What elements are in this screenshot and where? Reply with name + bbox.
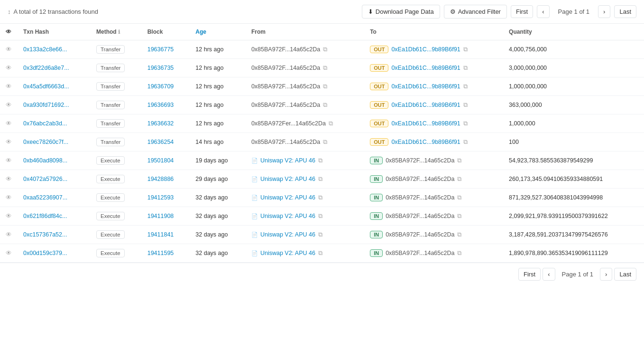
to-link[interactable]: 0xEa1Db61C...9b89B6f91: [391, 83, 460, 90]
eye-icon[interactable]: 👁: [6, 157, 12, 164]
eye-icon[interactable]: 👁: [6, 231, 12, 238]
first-button-top[interactable]: First: [511, 5, 533, 18]
advanced-filter-button[interactable]: ⚙ Advanced Filter: [444, 5, 507, 19]
table-row: 👁 0x621f86df84c... Execute 19411908 32 d…: [0, 207, 644, 226]
to-copy-icon[interactable]: ⧉: [463, 65, 468, 72]
from-copy-icon[interactable]: ⧉: [318, 250, 322, 257]
eye-icon[interactable]: 👁: [6, 102, 12, 108]
to-copy-icon[interactable]: ⧉: [463, 83, 468, 90]
block-link[interactable]: 19636693: [147, 102, 174, 108]
block-link[interactable]: 19411841: [147, 231, 174, 238]
txn-hash-link[interactable]: 0x45a5df6663d...: [23, 83, 69, 90]
quantity-cell: 3,000,000,000: [503, 59, 644, 77]
block-link[interactable]: 19428886: [147, 176, 174, 182]
from-link[interactable]: Uniswap V2: APU 46: [260, 231, 315, 238]
to-copy-icon[interactable]: ⧉: [457, 176, 461, 183]
total-transactions: ↕ A total of 12 transactions found: [8, 8, 98, 15]
from-copy-icon[interactable]: ⧉: [318, 176, 322, 183]
block-link[interactable]: 19411908: [147, 213, 174, 219]
direction-badge: IN: [370, 249, 383, 257]
from-copy-icon[interactable]: ⧉: [323, 139, 327, 146]
to-copy-icon[interactable]: ⧉: [463, 102, 468, 109]
to-link[interactable]: 0xEa1Db61C...9b89B6f91: [391, 102, 460, 108]
eye-icon[interactable]: 👁: [6, 83, 12, 90]
txn-hash-link[interactable]: 0x621f86df84c...: [23, 213, 67, 219]
table-row: 👁 0x45a5df6663d... Transfer 19636709 12 …: [0, 77, 644, 96]
txn-hash-link[interactable]: 0x133a2c8e66...: [23, 46, 67, 53]
method-badge: Transfer: [96, 64, 125, 72]
block-link[interactable]: 19636709: [147, 83, 174, 90]
eye-cell: 👁: [0, 133, 18, 151]
block-link[interactable]: 19636632: [147, 120, 174, 127]
txn-hash-link[interactable]: 0x4072a57926...: [23, 176, 67, 182]
block-link[interactable]: 19501804: [147, 157, 174, 164]
to-copy-icon[interactable]: ⧉: [457, 157, 461, 164]
from-link[interactable]: Uniswap V2: APU 46: [260, 250, 315, 256]
last-button-top[interactable]: Last: [614, 5, 636, 18]
next-button-top[interactable]: ›: [598, 5, 610, 18]
next-button-bottom[interactable]: ›: [600, 268, 612, 281]
txn-hash-link[interactable]: 0xa930fd71692...: [23, 102, 69, 108]
txn-hash-link[interactable]: 0xb460ad8098...: [23, 157, 67, 164]
block-link[interactable]: 19636775: [147, 46, 174, 53]
to-copy-icon[interactable]: ⧉: [457, 250, 461, 257]
from-copy-icon[interactable]: ⧉: [323, 102, 327, 109]
eye-icon[interactable]: 👁: [6, 46, 12, 53]
direction-badge: IN: [370, 231, 383, 238]
to-link[interactable]: 0xEa1Db61C...9b89B6f91: [391, 139, 460, 145]
eye-icon[interactable]: 👁: [6, 120, 12, 127]
eye-icon[interactable]: 👁: [6, 176, 12, 182]
to-cell: OUT 0xEa1Db61C...9b89B6f91 ⧉: [364, 59, 503, 77]
block-link[interactable]: 19412593: [147, 194, 174, 201]
to-copy-icon[interactable]: ⧉: [457, 194, 461, 201]
first-button-bottom[interactable]: First: [518, 268, 541, 281]
eye-icon[interactable]: 👁: [6, 213, 12, 219]
col-from: From: [246, 24, 364, 40]
txn-hash-link[interactable]: 0xc157367a52...: [23, 231, 67, 238]
eye-icon[interactable]: 👁: [6, 139, 12, 145]
to-link[interactable]: 0xEa1Db61C...9b89B6f91: [391, 46, 460, 53]
age-cell: 32 days ago: [190, 244, 246, 263]
from-link[interactable]: Uniswap V2: APU 46: [260, 176, 315, 182]
method-info-icon: ℹ: [118, 29, 120, 35]
to-copy-icon[interactable]: ⧉: [457, 213, 461, 220]
prev-button-bottom[interactable]: ‹: [543, 268, 555, 281]
from-link[interactable]: Uniswap V2: APU 46: [260, 194, 315, 201]
eye-icon[interactable]: 👁: [6, 65, 12, 71]
block-link[interactable]: 19636735: [147, 65, 174, 71]
col-txn-hash: Txn Hash: [18, 24, 91, 40]
from-copy-icon[interactable]: ⧉: [323, 65, 327, 72]
eye-icon[interactable]: 👁: [6, 194, 12, 201]
from-copy-icon[interactable]: ⧉: [318, 157, 322, 164]
block-link[interactable]: 19411595: [147, 250, 174, 256]
to-copy-icon[interactable]: ⧉: [457, 231, 461, 238]
from-copy-icon[interactable]: ⧉: [323, 46, 327, 53]
from-copy-icon[interactable]: ⧉: [323, 83, 327, 90]
method-badge: Execute: [96, 249, 125, 257]
txn-hash-link[interactable]: 0xeec78260c7f...: [23, 139, 68, 145]
from-cell: 0x85BA972F...14a65c2Da ⧉: [246, 96, 364, 114]
txn-hash-link[interactable]: 0xaa52236907...: [23, 194, 67, 201]
method-badge: Execute: [96, 175, 125, 183]
eye-icon[interactable]: 👁: [6, 250, 12, 256]
from-copy-icon[interactable]: ⧉: [318, 231, 322, 238]
prev-button-top[interactable]: ‹: [537, 5, 549, 18]
to-copy-icon[interactable]: ⧉: [463, 46, 468, 53]
to-copy-icon[interactable]: ⧉: [463, 139, 468, 146]
to-link[interactable]: 0xEa1Db61C...9b89B6f91: [391, 65, 460, 71]
txn-hash-link[interactable]: 0x3df22d6a8e7...: [23, 65, 69, 71]
download-button[interactable]: ⬇ Download Page Data: [362, 5, 440, 19]
from-cell: 0x85BA972F...14a65c2Da ⧉: [246, 40, 364, 59]
last-button-bottom[interactable]: Last: [614, 268, 636, 281]
txn-hash-link[interactable]: 0x00d159c379...: [23, 250, 67, 256]
block-link[interactable]: 19636254: [147, 139, 174, 145]
from-copy-icon[interactable]: ⧉: [318, 194, 322, 201]
from-copy-icon[interactable]: ⧉: [318, 213, 322, 220]
to-copy-icon[interactable]: ⧉: [463, 120, 468, 127]
to-link[interactable]: 0xEa1Db61C...9b89B6f91: [391, 120, 460, 127]
from-copy-icon[interactable]: ⧉: [329, 120, 333, 127]
from-link[interactable]: Uniswap V2: APU 46: [260, 213, 315, 219]
block-cell: 19636693: [142, 96, 190, 114]
from-link[interactable]: Uniswap V2: APU 46: [260, 157, 315, 164]
txn-hash-link[interactable]: 0x76abc2ab3d...: [23, 120, 67, 127]
